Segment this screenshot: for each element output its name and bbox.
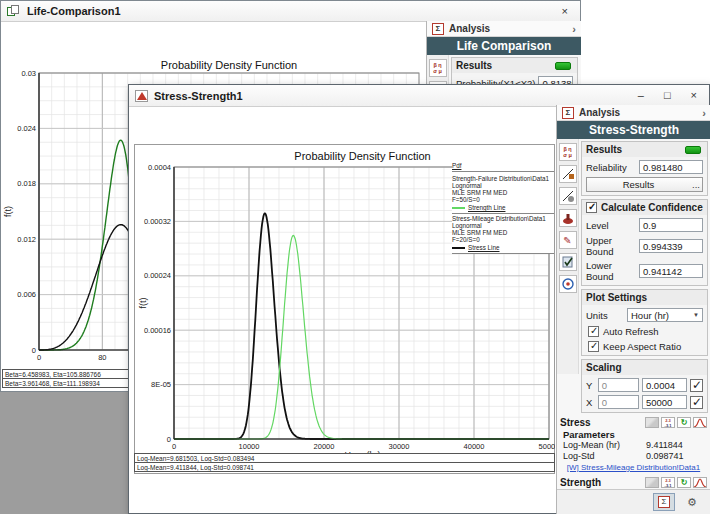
svg-text:0.00016: 0.00016 — [144, 326, 171, 335]
gear-icon: ⚙ — [687, 496, 697, 509]
svg-text:0.03: 0.03 — [21, 69, 36, 78]
stress-window-title: Stress-Strength1 — [154, 90, 243, 102]
level-label: Level — [586, 220, 636, 231]
status-badge — [555, 62, 571, 70]
keep-aspect-ratio-checkbox[interactable] — [588, 341, 599, 352]
svg-text:0.012: 0.012 — [17, 235, 36, 244]
annotation-line: Log-Mean=9.411844, Log-Std=0.098741 — [134, 462, 555, 472]
y-auto-checkbox[interactable] — [690, 379, 703, 392]
close-button[interactable]: × — [691, 90, 697, 101]
auto-refresh-checkbox[interactable] — [588, 326, 599, 337]
pdf-plot-icon[interactable] — [693, 477, 707, 488]
stress-label: Stress — [560, 417, 591, 428]
svg-text:f(t): f(t) — [138, 298, 148, 309]
results-label: Results — [586, 144, 622, 155]
units-label: Units — [586, 310, 624, 321]
plot-settings-groupbox: Plot Settings Units Hour (hr) ▼ Auto Ref… — [581, 289, 708, 356]
x-max-field[interactable]: 50000 — [642, 395, 687, 409]
analysis-panel-header: Σ Analysis › — [427, 21, 581, 37]
y-min-field[interactable]: 0 — [598, 378, 639, 392]
life-comparison-panel-title: Life Comparison — [427, 37, 581, 55]
analysis-icon: Σ — [658, 496, 670, 508]
calculate-confidence-checkbox[interactable] — [586, 202, 597, 213]
pdf-plot-icon[interactable] — [693, 417, 707, 428]
ellipsis: ... — [690, 179, 702, 190]
status-badge — [685, 146, 701, 154]
stress-strength-window: Stress-Strength1 – □ × Probability Densi… — [128, 84, 710, 514]
parameters-label: Parameters — [563, 429, 707, 440]
chart-legend: PdfStrength-Failure Distribution\Data1Lo… — [452, 162, 554, 254]
mdi-workspace: Life-Comparison1 × Probability Density F… — [0, 0, 710, 514]
plot-type-icon[interactable] — [559, 165, 577, 183]
recalculate-icon[interactable]: ↻ — [677, 477, 691, 488]
alter-parameters-icon[interactable]: 2.3-3.1 — [661, 417, 675, 428]
x-auto-checkbox[interactable] — [690, 396, 703, 409]
scaling-groupbox: Scaling Y 0 0.0004 X 0 50000 — [581, 359, 708, 413]
units-dropdown[interactable]: Hour (hr) ▼ — [627, 308, 703, 322]
settings-tab-button[interactable]: ⚙ — [681, 493, 703, 511]
y-axis-name: Y — [586, 380, 595, 391]
keep-aspect-ratio-label: Keep Aspect Ratio — [603, 341, 681, 352]
chevron-down-icon: ▼ — [693, 312, 699, 318]
x-axis-name: X — [586, 397, 595, 408]
x-min-field[interactable]: 0 — [598, 395, 639, 409]
recalculate-icon[interactable]: ↻ — [677, 417, 691, 428]
life-window-titlebar[interactable]: Life-Comparison1 × — [1, 1, 580, 22]
confidence-groupbox: Calculate Confidence Level 0.9 Upper Bou… — [581, 199, 708, 286]
minimize-button[interactable]: – — [638, 90, 644, 101]
results-button[interactable]: Results ... — [586, 177, 703, 192]
stress-window-titlebar[interactable]: Stress-Strength1 – □ × — [129, 85, 709, 107]
analysis-tool-rail: β ησ μ ✎ — [557, 139, 579, 374]
stress-section: Stress 2.3-3.1 ↻ Parameters Log-Mean (hr… — [560, 416, 707, 474]
maximize-button[interactable]: □ — [664, 90, 671, 101]
reliability-field[interactable]: 0.981480 — [639, 160, 703, 174]
stress-chart-sheet: Probability Density Function 01000020000… — [134, 144, 555, 474]
svg-text:f(t): f(t) — [3, 206, 13, 217]
svg-text:0: 0 — [37, 353, 41, 362]
lower-bound-field[interactable]: 0.941142 — [639, 264, 703, 278]
y-max-field[interactable]: 0.0004 — [642, 378, 687, 392]
svg-text:0.0004: 0.0004 — [148, 163, 171, 172]
panel-footer: Σ ⚙ — [557, 489, 710, 514]
analysis-tab-button[interactable]: Σ — [653, 493, 675, 511]
plot-settings-label: Plot Settings — [586, 292, 647, 303]
analysis-icon: Σ — [432, 23, 444, 35]
confirm-icon[interactable] — [559, 253, 577, 271]
svg-text:80: 80 — [98, 353, 106, 362]
parameters-icon[interactable]: β ησ μ — [429, 59, 447, 77]
reliability-label: Reliability — [586, 162, 636, 173]
results-label: Results — [456, 60, 492, 71]
upper-bound-label: Upper Bound — [586, 235, 636, 257]
svg-text:0.018: 0.018 — [17, 179, 36, 188]
analysis-panel-header-label: Analysis — [579, 107, 620, 118]
alter-parameters-icon[interactable]: 2.3-3.1 — [661, 477, 675, 488]
publish-icon[interactable] — [559, 209, 577, 227]
stress-data-link[interactable]: [W] Stress-Mileage Distribution!Data1 — [560, 462, 707, 474]
parameters-icon[interactable]: β ησ μ — [559, 143, 577, 161]
results-groupbox: Results Reliability 0.981480 Results ... — [581, 141, 708, 196]
panel-expand-chevron[interactable]: › — [572, 23, 576, 35]
upper-bound-field[interactable]: 0.994339 — [639, 239, 703, 253]
analysis-icon: Σ — [562, 107, 574, 119]
panel-expand-chevron[interactable]: › — [702, 107, 706, 119]
analysis-panel-header-label: Analysis — [449, 23, 490, 34]
log-mean-label: Log-Mean (hr) — [563, 440, 646, 451]
stress-chart-annotations: Log-Mean=9.681503, Log-Std=0.083494 Log-… — [134, 453, 555, 472]
svg-text:0.006: 0.006 — [17, 290, 36, 299]
log-mean-value: 9.411844 — [646, 440, 683, 451]
stress-analysis-panel: Σ Analysis › Stress-Strength β ησ μ — [556, 105, 710, 514]
log-std-value: 0.098741 — [646, 451, 684, 462]
lower-bound-label: Lower Bound — [586, 260, 636, 282]
svg-text:0: 0 — [167, 435, 171, 444]
plot-setup-icon[interactable] — [559, 187, 577, 205]
life-window-close-button[interactable]: × — [562, 6, 568, 17]
stress-strength-panel-title: Stress-Strength — [557, 121, 710, 139]
target-icon[interactable] — [559, 275, 577, 293]
life-window-title: Life-Comparison1 — [27, 5, 121, 17]
level-field[interactable]: 0.9 — [639, 218, 703, 232]
plot-disabled-icon[interactable] — [645, 417, 659, 428]
annotate-icon[interactable]: ✎ — [559, 231, 577, 249]
auto-refresh-label: Auto Refresh — [603, 326, 658, 337]
plot-disabled-icon[interactable] — [645, 477, 659, 488]
stress-strength-icon — [135, 90, 148, 102]
